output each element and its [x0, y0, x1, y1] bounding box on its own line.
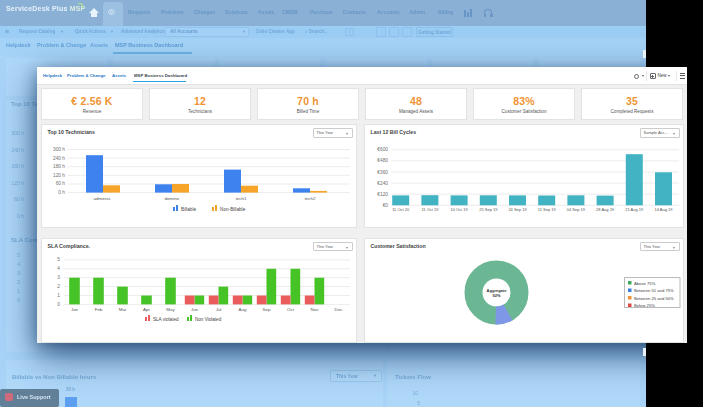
- svg-text:€480: €480: [377, 158, 388, 163]
- svg-text:4: 4: [57, 266, 60, 271]
- svg-text:11 Oct 19: 11 Oct 19: [421, 207, 439, 212]
- svg-text:Feb: Feb: [94, 307, 102, 312]
- svg-text:tech1: tech1: [235, 196, 246, 201]
- svg-text:Jun: Jun: [190, 307, 198, 312]
- svg-text:0 h: 0 h: [58, 190, 65, 195]
- svg-text:Jul: Jul: [215, 307, 221, 312]
- svg-text:Oct: Oct: [287, 307, 295, 312]
- svg-text:dominic: dominic: [164, 196, 180, 201]
- svg-text:€0: €0: [382, 203, 388, 208]
- svg-text:180 h: 180 h: [52, 164, 64, 169]
- svg-text:Below 25%: Below 25%: [634, 303, 655, 308]
- svg-text:28 Aug 19: 28 Aug 19: [596, 207, 615, 212]
- svg-text:Sep: Sep: [262, 307, 270, 312]
- svg-text:60 h: 60 h: [55, 181, 65, 186]
- svg-text:3: 3: [57, 275, 60, 280]
- svg-text:0: 0: [57, 301, 60, 306]
- svg-text:Billable: Billable: [181, 207, 197, 212]
- svg-text:04 Sep 19: 04 Sep 19: [566, 207, 585, 212]
- svg-text:Above 75%: Above 75%: [634, 280, 656, 285]
- svg-text:SLA violated: SLA violated: [153, 317, 179, 322]
- svg-text:Aggregate: Aggregate: [486, 287, 507, 292]
- svg-text:Dec: Dec: [334, 307, 343, 312]
- svg-text:Aug: Aug: [238, 307, 246, 312]
- svg-text:21 Aug 19: 21 Aug 19: [625, 207, 644, 212]
- svg-text:€120: €120: [377, 192, 388, 197]
- svg-text:120 h: 120 h: [52, 173, 64, 178]
- svg-text:€600: €600: [377, 147, 388, 152]
- svg-text:11 Sep 19: 11 Sep 19: [537, 207, 556, 212]
- svg-text:10 Oct 19: 10 Oct 19: [450, 207, 468, 212]
- svg-text:Between 51 and 75%: Between 51 and 75%: [634, 288, 674, 293]
- svg-text:Apr: Apr: [143, 307, 150, 312]
- svg-text:Mar: Mar: [118, 307, 126, 312]
- svg-text:administ..: administ..: [93, 196, 112, 201]
- svg-text:300 h: 300 h: [52, 147, 64, 152]
- svg-text:Non Violated: Non Violated: [195, 317, 222, 322]
- svg-text:24 Sep 19: 24 Sep 19: [508, 207, 527, 212]
- svg-text:Nov: Nov: [310, 307, 319, 312]
- svg-text:5: 5: [57, 257, 60, 262]
- svg-text:2: 2: [57, 284, 60, 289]
- svg-text:25 Sep 19: 25 Sep 19: [479, 207, 498, 212]
- svg-text:240 h: 240 h: [52, 156, 64, 161]
- svg-text:May: May: [166, 307, 175, 312]
- svg-text:Non-Billable: Non-Billable: [220, 207, 246, 212]
- svg-text:tech2: tech2: [304, 196, 315, 201]
- svg-text:€360: €360: [377, 170, 388, 175]
- svg-text:€240: €240: [377, 181, 388, 186]
- svg-text:14 Aug 19: 14 Aug 19: [654, 207, 673, 212]
- svg-text:1: 1: [57, 293, 60, 298]
- svg-text:92%: 92%: [492, 293, 500, 298]
- svg-text:11 Oct 20: 11 Oct 20: [392, 207, 410, 212]
- svg-text:Jan: Jan: [70, 307, 78, 312]
- svg-text:Between 25 and 50%: Between 25 and 50%: [634, 295, 674, 300]
